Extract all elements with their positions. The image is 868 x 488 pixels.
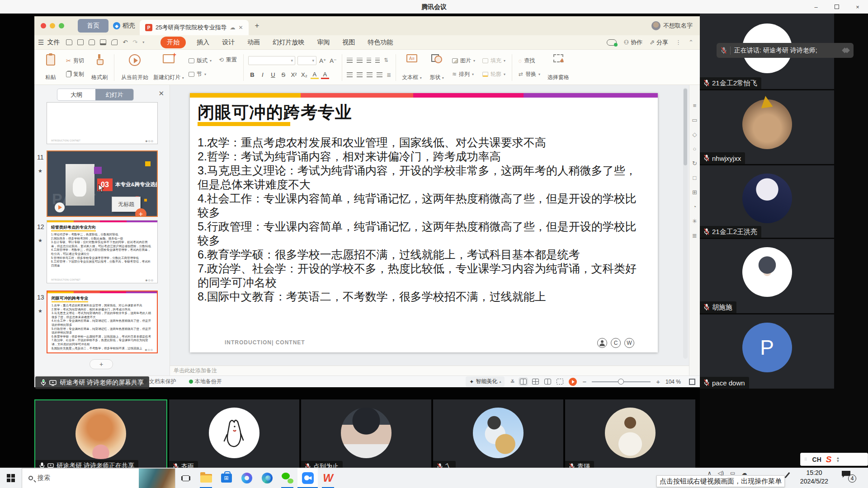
search-daily-image[interactable] xyxy=(139,469,175,488)
rail-layout-icon[interactable]: □ xyxy=(693,174,697,181)
selection-pane-button[interactable]: 选择窗格 xyxy=(544,52,573,83)
file-menu[interactable]: ☰ 文件 xyxy=(38,38,60,47)
more-menu-icon[interactable]: ⋮ xyxy=(675,39,681,46)
cloud-saved-icon[interactable] xyxy=(607,39,617,46)
current-slide[interactable]: 闭眼可冲的跨考专业 1.农学：重点考虑农村发展和农业管理，国家线低、对公共课要求… xyxy=(190,93,658,352)
fit-screen-icon[interactable] xyxy=(689,379,695,385)
underline-button[interactable]: U xyxy=(269,71,277,78)
ribbon-tab-design[interactable]: 设计 xyxy=(222,38,235,47)
new-slide-button[interactable]: 新建幻灯片 ▾ xyxy=(152,52,185,83)
rail-refresh-icon[interactable]: ↻ xyxy=(692,160,697,167)
play-slideshow-button[interactable] xyxy=(569,378,577,386)
rail-list-icon[interactable]: ≣ xyxy=(692,232,697,239)
justify-icon[interactable] xyxy=(377,72,382,77)
task-view-button[interactable] xyxy=(175,468,196,488)
zoom-in-button[interactable]: + xyxy=(656,378,660,385)
find-button[interactable]: ◌查找 xyxy=(517,56,542,66)
align-left-icon[interactable] xyxy=(347,72,353,77)
ribbon-tab-start[interactable]: 开始 xyxy=(160,37,186,48)
outdent-icon[interactable] xyxy=(367,58,371,63)
play-from-current-button[interactable]: 从当前开始 xyxy=(117,52,152,83)
slideshow-view-icon[interactable] xyxy=(557,379,563,385)
font-color-button[interactable]: A xyxy=(321,71,329,79)
reading-view-icon[interactable] xyxy=(544,379,551,385)
copy-button[interactable]: 复制 xyxy=(64,70,86,79)
paste-button[interactable]: 粘贴 xyxy=(39,52,62,83)
superscript-button[interactable]: X² xyxy=(290,71,298,78)
tab-slides[interactable]: 幻灯片 xyxy=(95,89,133,100)
indent-icon[interactable] xyxy=(375,58,380,63)
export-icon[interactable] xyxy=(89,39,95,45)
new-tab-button[interactable]: + xyxy=(255,21,259,30)
undo-icon[interactable]: ↶ xyxy=(123,39,127,46)
cut-button[interactable]: ✂剪切 xyxy=(64,56,86,66)
ime-arrows-icon[interactable]: ▲▼ xyxy=(836,456,840,463)
video-tile[interactable]: 青瑾 xyxy=(565,399,695,473)
reset-button[interactable]: ⟲重置 xyxy=(217,55,239,65)
notes-bar[interactable]: 单击此处添加备注 xyxy=(170,366,689,375)
italic-button[interactable]: I xyxy=(259,71,267,78)
normal-view-icon[interactable] xyxy=(520,379,527,385)
participant-tile[interactable]: P pace down xyxy=(700,314,834,389)
traffic-light-green[interactable] xyxy=(59,23,64,28)
shape-button[interactable]: 形状 ▾ xyxy=(425,52,448,83)
ribbon-tab-features[interactable]: 特色功能 xyxy=(368,38,393,47)
ime-drag-handle[interactable]: ⠿ xyxy=(804,457,808,462)
line-spacing-icon[interactable]: ≣ xyxy=(387,72,391,78)
text-direction-icon[interactable]: ⇅ xyxy=(384,57,388,63)
wps-account[interactable]: 不想取名字 xyxy=(651,16,693,35)
taskbar-file-explorer[interactable] xyxy=(196,468,216,488)
slide-thumbnail-10[interactable]: INTRODUCTION| CONTNET ◉◎◎ xyxy=(47,102,158,144)
taskbar-microsoft365[interactable] xyxy=(236,468,257,488)
section-button[interactable]: 节▾ xyxy=(187,70,213,79)
share-button[interactable]: ⬀ 分享 xyxy=(650,38,668,47)
format-painter-button[interactable]: 格式刷 xyxy=(88,52,111,83)
increase-font-button[interactable]: A⁺ xyxy=(319,57,327,64)
print-icon[interactable] xyxy=(100,39,106,45)
decrease-font-button[interactable]: A⁻ xyxy=(329,57,337,64)
ime-bar[interactable]: ⠿ CH S ▲▼ xyxy=(800,453,868,466)
outline-button[interactable]: 轮廓▾ xyxy=(481,70,507,79)
close-button[interactable]: × xyxy=(847,0,868,14)
replace-button[interactable]: ⇄替换▾ xyxy=(517,70,542,79)
sogou-icon[interactable]: S xyxy=(826,455,832,465)
rail-effect-icon[interactable]: ✳ xyxy=(692,218,697,225)
qat-more-icon[interactable]: ▾ xyxy=(142,40,144,44)
traffic-light-red[interactable] xyxy=(41,23,46,28)
rail-color-icon[interactable]: ○ xyxy=(693,145,697,152)
align-center-icon[interactable] xyxy=(357,72,363,77)
subscript-button[interactable]: X₂ xyxy=(300,71,308,78)
traffic-light-yellow[interactable] xyxy=(50,23,55,28)
video-tile[interactable]: 点到为止 xyxy=(301,399,431,473)
quick-add-slide-icon[interactable]: + xyxy=(135,208,146,217)
taskbar-edge[interactable] xyxy=(257,468,277,488)
collapse-ribbon-icon[interactable]: ⌃ xyxy=(689,39,693,46)
font-family-select[interactable]: ▾ xyxy=(248,56,295,65)
taskbar-search[interactable]: 搜索 xyxy=(22,468,175,488)
start-button[interactable] xyxy=(0,468,22,488)
tab-docer[interactable]: ◆ 稻壳 xyxy=(108,19,140,33)
video-tile[interactable]: 乀 xyxy=(433,399,563,473)
font-size-select[interactable]: ▾ xyxy=(297,56,316,65)
participant-tile[interactable]: 21金工2王洪亮 xyxy=(700,165,834,238)
textbox-button[interactable]: A≡ 文本框 ▾ xyxy=(399,52,425,83)
align-right-icon[interactable] xyxy=(367,72,373,77)
backup-status[interactable]: 本地备份开 xyxy=(189,378,222,385)
zoom-slider[interactable] xyxy=(592,381,651,382)
collaborate-button[interactable]: ⚇ 协作 xyxy=(624,38,643,47)
arrange-button[interactable]: ≋排列▾ xyxy=(450,70,477,79)
ribbon-tab-review[interactable]: 审阅 xyxy=(317,38,330,47)
picture-button[interactable]: 图片▾ xyxy=(450,56,477,66)
cloud-sync-icon[interactable]: ☁ xyxy=(230,24,235,31)
ribbon-tab-insert[interactable]: 插入 xyxy=(197,38,209,47)
participant-tile[interactable]: 胡施施 xyxy=(700,239,834,313)
notes-toggle-icon[interactable]: ≚ xyxy=(510,379,514,385)
tab-home[interactable]: 首页 xyxy=(78,19,108,33)
maximize-button[interactable] xyxy=(826,0,847,14)
slide-sorter-icon[interactable] xyxy=(532,379,539,385)
ribbon-tab-animation[interactable]: 动画 xyxy=(247,38,260,47)
numbered-list-icon[interactable] xyxy=(357,58,363,63)
rail-object-icon[interactable]: ▭ xyxy=(692,117,697,123)
vertical-scrollbar[interactable] xyxy=(683,88,688,359)
rail-design-icon[interactable]: ◇ xyxy=(693,131,697,138)
